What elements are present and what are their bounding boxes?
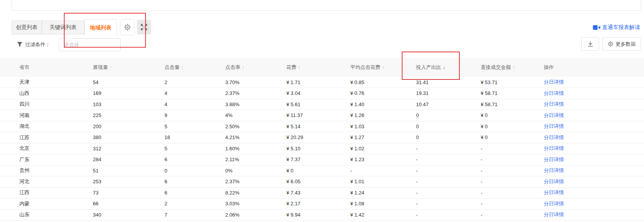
column-header-6[interactable]: 投入产出比↓	[416, 58, 481, 77]
region-data-table: 省市展现量↑点击量↑点击率↑花费↑平均点击花费↑投入产出比↓直接成交金额↑操作 …	[0, 58, 644, 220]
cell-点击量: 0	[164, 165, 225, 176]
daily-detail-link[interactable]: 分日详情	[544, 123, 564, 129]
cell-花费: ¥ 9.94	[286, 209, 350, 220]
cell-actions: 分日详情	[544, 176, 644, 188]
video-icon	[593, 25, 600, 30]
cell-平均点击花费: ¥ 1.24	[350, 187, 416, 198]
sort-icon[interactable]: ↑	[181, 64, 184, 70]
cell-省市: 山东	[0, 209, 93, 220]
cell-点击率: 2.50%	[225, 121, 286, 132]
cell-花费: ¥ 20.29	[286, 132, 350, 143]
download-button[interactable]	[581, 37, 599, 51]
cell-投入产出比: 19.31	[416, 88, 481, 99]
cell-省市: 广东	[0, 154, 93, 165]
cell-投入产出比: -	[416, 176, 481, 188]
sort-icon[interactable]: ↑	[110, 64, 112, 70]
tab-creative-list[interactable]: 创意列表	[12, 21, 42, 34]
cell-点击量: 6	[164, 176, 225, 188]
cell-省市: 内蒙	[0, 198, 93, 210]
cell-直接成交金额: ¥ 58.71	[481, 99, 544, 110]
cell-投入产出比: -	[416, 165, 481, 176]
column-header-7[interactable]: 直接成交金额↑	[481, 58, 544, 77]
tab-keyword-list[interactable]: 关键词列表	[42, 21, 84, 34]
fullscreen-button[interactable]	[137, 20, 151, 34]
sort-icon[interactable]: ↑	[382, 64, 385, 70]
daily-detail-link[interactable]: 分日详情	[544, 167, 564, 173]
daily-detail-link[interactable]: 分日详情	[544, 201, 564, 207]
more-data-label: 更多数据	[616, 41, 636, 48]
table-row: 河南22594%¥ 11.37¥ 1.260¥ 0分日详情	[0, 110, 644, 121]
daily-detail-link[interactable]: 分日详情	[544, 189, 564, 195]
cell-actions: 分日详情	[544, 209, 644, 220]
tab-region-list[interactable]: 地域列表	[84, 19, 117, 36]
table-row: 河北25362.37%¥ 6.05¥ 1.01--分日详情	[0, 176, 644, 188]
cell-actions: 分日详情	[544, 110, 644, 121]
sort-icon[interactable]: ↑	[242, 64, 245, 70]
more-data-button[interactable]: 更多数据	[602, 37, 641, 51]
cell-直接成交金额: ¥ 53.71	[481, 77, 544, 88]
cell-省市: 贵州	[0, 165, 93, 176]
daily-detail-link[interactable]: 分日详情	[544, 112, 564, 118]
column-header-5[interactable]: 平均点击花费↑	[350, 58, 416, 77]
cell-投入产出比: 0	[416, 132, 481, 143]
column-header-1[interactable]: 展现量↑	[93, 58, 164, 77]
cell-直接成交金额: ¥ 0	[481, 121, 544, 132]
cell-投入产出比: 31.41	[416, 77, 481, 88]
daily-detail-link[interactable]: 分日详情	[544, 101, 564, 107]
cell-点击量: 2	[164, 77, 225, 88]
column-label: 点击量	[164, 64, 180, 70]
column-header-2[interactable]: 点击量↑	[164, 58, 225, 77]
cell-花费: ¥ 6.05	[286, 176, 350, 188]
cell-点击率: 8.22%	[225, 187, 286, 198]
cell-展现量: 253	[93, 176, 164, 188]
daily-detail-link[interactable]: 分日详情	[544, 90, 564, 96]
cell-actions: 分日详情	[544, 165, 644, 176]
daily-detail-link[interactable]: 分日详情	[544, 145, 564, 151]
daily-detail-link[interactable]: 分日详情	[544, 179, 564, 184]
cell-省市: 湖北	[0, 121, 93, 132]
cell-平均点击花费: ¥ 1.23	[350, 154, 416, 165]
report-guide-label: 直通车报表解读	[602, 24, 640, 31]
top-panel-left-border	[12, 0, 12, 10]
cell-直接成交金额: ¥ 0	[481, 132, 544, 143]
cell-省市: 天津	[0, 77, 93, 88]
column-header-4[interactable]: 花费↑	[286, 58, 350, 77]
sort-icon[interactable]: ↑	[298, 64, 301, 70]
cell-点击量: 4	[164, 99, 225, 110]
cell-展现量: 340	[93, 209, 164, 220]
funnel-icon	[17, 42, 22, 47]
cell-actions: 分日详情	[544, 198, 644, 210]
sort-icon[interactable]: ↑	[512, 64, 515, 70]
report-guide-link[interactable]: 直通车报表解读	[593, 24, 640, 31]
column-label: 展现量	[93, 64, 108, 70]
cell-直接成交金额: -	[481, 143, 544, 154]
cell-花费: ¥ 7.37	[286, 154, 350, 165]
cell-花费: ¥ 3.04	[286, 88, 350, 99]
cell-点击率: 1.60%	[225, 143, 286, 154]
table-row: 江西7368.22%¥ 7.43¥ 1.24--分日详情	[0, 187, 644, 198]
cell-投入产出比: -	[416, 209, 481, 220]
filter-select-input[interactable]	[59, 38, 121, 51]
table-row: 北京31251.60%¥ 5.10¥ 1.02--分日详情	[0, 143, 644, 154]
cell-省市: 河北	[0, 176, 93, 188]
column-settings-button[interactable]	[120, 19, 135, 35]
cell-省市: 北京	[0, 143, 93, 154]
daily-detail-link[interactable]: 分日详情	[544, 79, 564, 85]
cell-平均点击花费: ¥ 0.85	[350, 77, 416, 88]
cell-直接成交金额: -	[481, 209, 544, 220]
cell-平均点击花费: ¥ 1.26	[350, 110, 416, 121]
column-label: 点击率	[225, 64, 240, 70]
cell-省市: 江西	[0, 187, 93, 198]
cell-省市: 河南	[0, 110, 93, 121]
cell-点击量: 5	[164, 143, 225, 154]
sort-descending-icon[interactable]: ↓	[443, 64, 445, 70]
cell-点击量: 6	[164, 187, 225, 198]
column-header-3[interactable]: 点击率↑	[225, 58, 286, 77]
daily-detail-link[interactable]: 分日详情	[544, 157, 564, 162]
table-row: 贵州5100%¥ 0---分日详情	[0, 165, 644, 176]
daily-detail-link[interactable]: 分日详情	[544, 212, 564, 217]
daily-detail-link[interactable]: 分日详情	[544, 134, 564, 140]
cell-直接成交金额: -	[481, 187, 544, 198]
cell-actions: 分日详情	[544, 77, 644, 88]
cell-花费: ¥ 11.37	[286, 110, 350, 121]
